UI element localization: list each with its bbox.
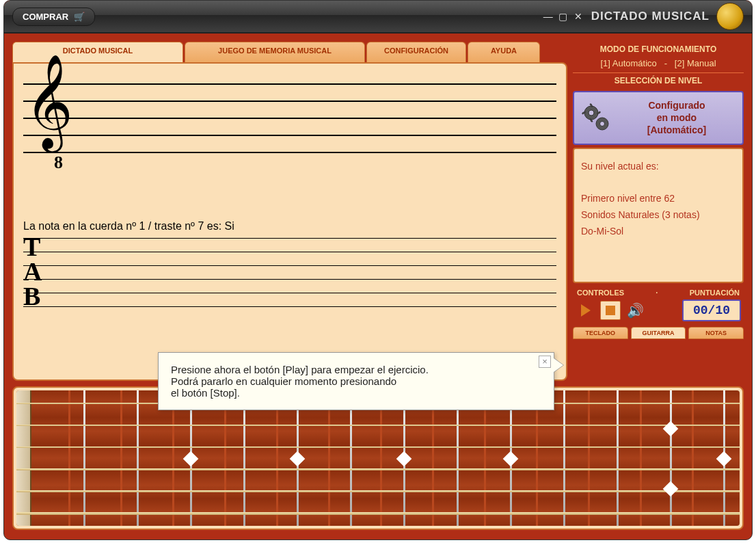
mode-auto[interactable]: [1] Automático xyxy=(600,58,656,68)
maximize-button[interactable]: ▢ xyxy=(557,10,569,23)
fret xyxy=(350,390,352,526)
tab-config[interactable]: CONFIGURACIÓN xyxy=(366,42,466,62)
tooltip-line3: el botón [Stop]. xyxy=(171,387,541,399)
staff-panel: 𝄞 8 La nota en la cuerda nº 1 / traste n… xyxy=(12,62,567,381)
fret-marker xyxy=(290,451,306,467)
tab-memoria[interactable]: JUEGO DE MEMORIA MUSICAL xyxy=(185,42,365,62)
fret-marker xyxy=(663,481,679,497)
gears-icon xyxy=(580,101,612,134)
level-info-line3: Sonidos Naturales (3 notas) xyxy=(581,207,735,224)
fret xyxy=(563,390,565,526)
play-button[interactable] xyxy=(576,301,596,320)
fret xyxy=(243,390,245,526)
mode-manual[interactable]: [2] Manual xyxy=(675,58,716,68)
main-tabs: DICTADO MUSICAL JUEGO DE MEMORIA MUSICAL… xyxy=(12,42,567,62)
speaker-icon: 🔊 xyxy=(627,302,644,319)
mode-sep: - xyxy=(664,58,667,68)
string[interactable] xyxy=(16,425,740,426)
fret xyxy=(137,390,139,526)
tab-letter-b: B xyxy=(23,284,42,308)
buy-label: COMPRAR xyxy=(23,12,68,22)
level-info: Su nivel actual es: Primero nivel entre … xyxy=(573,148,744,283)
tab-letters: T A B xyxy=(23,235,42,308)
tooltip-line1: Presione ahora el botón [Play] para empe… xyxy=(171,364,541,375)
horn-icon xyxy=(716,3,744,30)
titlebar: COMPRAR 🛒 — ▢ ✕ DICTADO MUSICAL xyxy=(4,1,752,34)
tab-ayuda[interactable]: AYUDA xyxy=(468,42,540,62)
string[interactable] xyxy=(16,512,740,515)
mode-options: [1] Automático - [2] Manual xyxy=(573,57,744,72)
minimize-button[interactable]: — xyxy=(542,10,554,23)
svg-point-1 xyxy=(589,110,594,116)
fretboard[interactable] xyxy=(16,390,740,526)
controls-header: CONTROLES · PUNTUACIÓN xyxy=(573,283,744,299)
svg-point-3 xyxy=(600,122,605,126)
tab-letter-t: T xyxy=(23,235,42,259)
music-staff: 𝄞 8 xyxy=(23,73,556,193)
window-controls: — ▢ ✕ xyxy=(542,10,584,23)
fret xyxy=(617,390,619,526)
level-info-line2: Primero nivel entre 62 xyxy=(581,191,735,207)
tooltip-close-button[interactable]: × xyxy=(539,356,551,368)
level-info-line1: Su nivel actual es: xyxy=(581,159,735,175)
sidebar: MODO DE FUNCIONAMIENTO [1] Automático - … xyxy=(567,42,744,381)
tab-guitarra[interactable]: GUITARRA xyxy=(631,327,686,339)
instruction-tooltip: × Presione ahora el botón [Play] para em… xyxy=(158,352,554,410)
controls-sep: · xyxy=(656,289,658,297)
fret xyxy=(457,390,459,526)
score-value: 00/10 xyxy=(682,299,741,321)
input-tabs: TECLADO GUITARRA NOTAS xyxy=(573,325,744,339)
clef-octave: 8 xyxy=(54,152,63,173)
play-icon xyxy=(581,304,591,317)
app-title: DICTADO MUSICAL xyxy=(591,10,710,23)
fret xyxy=(670,390,672,526)
treble-clef-icon: 𝄞 xyxy=(25,61,73,143)
fret-marker xyxy=(663,421,679,437)
left-column: DICTADO MUSICAL JUEGO DE MEMORIA MUSICAL… xyxy=(12,42,567,381)
body-area: DICTADO MUSICAL JUEGO DE MEMORIA MUSICAL… xyxy=(4,34,752,381)
stop-button[interactable] xyxy=(600,301,621,320)
stop-icon xyxy=(606,306,615,315)
tab-teclado[interactable]: TECLADO xyxy=(573,327,628,339)
config-box[interactable]: Configurado en modo [Automático] xyxy=(573,91,744,145)
buy-button[interactable]: COMPRAR 🛒 xyxy=(12,8,95,26)
titlebar-right: — ▢ ✕ DICTADO MUSICAL xyxy=(542,3,744,30)
string[interactable] xyxy=(16,446,740,448)
tooltip-line2: Podrá pararlo en cualquier momento presi… xyxy=(171,375,541,387)
nut xyxy=(16,390,31,526)
level-title: SELECCIÓN DE NIVEL xyxy=(573,72,744,88)
score-label: PUNTUACIÓN xyxy=(690,289,740,297)
tab-notas[interactable]: NOTAS xyxy=(688,327,744,339)
level-info-line4: Do-Mi-Sol xyxy=(581,224,735,240)
cart-icon: 🛒 xyxy=(74,12,85,22)
string[interactable] xyxy=(16,468,740,470)
control-buttons: 🔊 00/10 xyxy=(573,299,744,325)
fret-marker xyxy=(503,451,519,467)
sound-button[interactable]: 🔊 xyxy=(625,301,645,320)
fret-marker xyxy=(183,451,199,467)
config-text: Configurado en modo [Automático] xyxy=(617,99,737,137)
controls-label: CONTROLES xyxy=(577,289,624,297)
tab-staff: T A B xyxy=(23,238,556,313)
app-window: COMPRAR 🛒 — ▢ ✕ DICTADO MUSICAL DICTADO … xyxy=(3,0,753,540)
close-button[interactable]: ✕ xyxy=(572,10,584,23)
fret-marker xyxy=(716,451,732,467)
note-text: La nota en la cuerda nº 1 / traste nº 7 … xyxy=(23,220,556,232)
fret-marker xyxy=(396,451,412,467)
string[interactable] xyxy=(16,490,740,492)
tab-letter-a: A xyxy=(23,259,42,284)
fret xyxy=(83,390,85,526)
mode-title: MODO DE FUNCIONAMIENTO xyxy=(573,42,744,57)
